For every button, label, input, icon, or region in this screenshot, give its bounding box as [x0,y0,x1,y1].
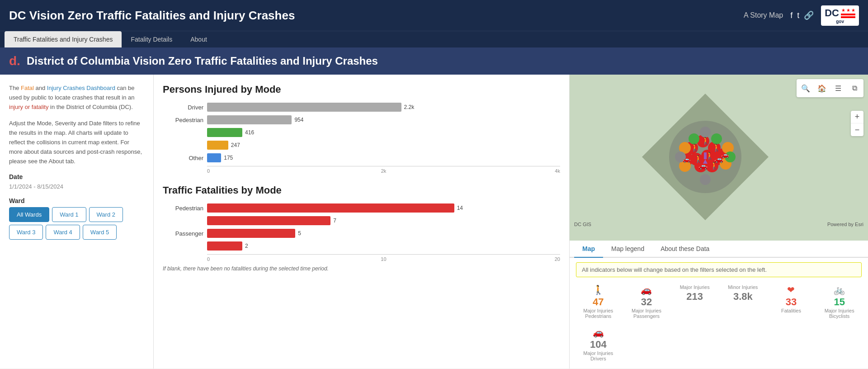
fatalities-chart-axis: 0 10 20 [207,254,560,262]
ward-btn-5[interactable]: Ward 5 [83,225,117,240]
date-section: Date 1/1/2024 - 8/15/2024 [9,173,144,190]
ward-btn-1[interactable]: Ward 1 [52,207,86,222]
pedestrians-label: Major InjuriesPedestrians [583,308,613,319]
map-dc-shape: 🚶 🚶 🚶 🚶 🚶 🚗 🚗 🚶 🚗 🚗 [637,89,773,227]
ward-btn-4[interactable]: Ward 4 [46,225,80,240]
svg-text:🚶: 🚶 [712,143,721,152]
map-zoom-controls: + − [851,111,863,136]
bar-value-other: 175 [224,155,233,161]
left-panel: The Fatal and Injury Crashes Dashboard c… [0,75,154,369]
bicyclist-icon: 🚲 [834,284,845,295]
indicators-grid: 🚶 47 Major InjuriesPedestrians 🚗 32 Majo… [576,282,862,322]
bar-value-green: 416 [245,129,254,136]
list-map-btn[interactable]: ☰ [832,82,844,95]
ward-btn-3[interactable]: Ward 3 [9,225,43,240]
link-icon[interactable]: 🔗 [804,10,814,20]
date-label: Date [9,173,144,180]
twitter-icon[interactable]: t [797,11,799,20]
bar-container-driver: 2.2k [207,103,560,112]
bar-container-orange: 247 [207,141,560,150]
svg-text:🚗: 🚗 [721,151,729,159]
fat-axis-20: 20 [443,256,560,262]
svg-point-16 [689,133,699,144]
tab-about[interactable]: About [181,31,216,47]
app-header: DC Vision Zero Traffic Fatalities and In… [0,0,868,31]
map-esri-label: Powered by Esri [827,222,863,227]
zoom-in-btn[interactable]: + [851,111,863,123]
fat-bar-2 [207,241,242,251]
map-tab-map[interactable]: Map [574,241,603,258]
bar-other [207,153,221,162]
ward-btn-all[interactable]: All Wards [9,207,49,222]
bar-container-other: 175 [207,153,560,162]
tab-traffic-fatalities[interactable]: Traffic Fatalities and Injury Crashes [5,31,122,47]
bar-green [207,128,242,137]
svg-text:🚗: 🚗 [698,161,708,170]
fat-bar-row-ped14: Pedestrian 14 [163,203,560,213]
injured-chart-section: Persons Injured by Mode Driver 2.2k Pede… [163,84,560,174]
fat-bar-value-pass5: 5 [298,230,301,237]
ward-btn-2[interactable]: Ward 2 [89,207,123,222]
fatalities-label: Fatalities [781,308,801,313]
tab-fatality-details[interactable]: Fatality Details [122,31,181,47]
axis-tick-2k: 2k [325,168,442,174]
bar-label-other: Other [163,155,203,161]
bicyclists-label: Major InjuriesBicyclists [825,308,854,319]
drivers-label: Major InjuriesDrivers [583,350,613,361]
driver-icon: 🚗 [593,327,604,338]
search-map-btn[interactable]: 🔍 [799,82,812,95]
right-panel: 🚶 🚶 🚶 🚶 🚶 🚗 🚗 🚶 🚗 🚗 🔍 🏠 ☰ ⧉ [570,75,868,369]
intro-text-2: Adjust the Mode, Severity and Date filte… [9,119,144,166]
bar-orange [207,141,228,150]
intro-text: The Fatal and Injury Crashes Dashboard c… [9,84,144,112]
map-tab-legend[interactable]: Map legend [603,241,652,258]
ward-label: Ward [9,197,144,204]
zoom-out-btn[interactable]: − [851,123,863,136]
facebook-icon[interactable]: f [790,11,793,20]
layers-map-btn[interactable]: ⧉ [848,82,861,95]
fat-bar-container-2: 2 [207,241,560,251]
fat-axis-10: 10 [325,256,442,262]
fat-bar-row-2: 2 [163,241,560,251]
drivers-value: 104 [590,339,607,350]
svg-text:🚶: 🚶 [710,161,719,170]
main-content: The Fatal and Injury Crashes Dashboard c… [0,75,868,369]
indicator-major-injuries: Major Injuries 213 [672,282,717,322]
fatalities-chart-title: Traffic Fatalities by Mode [163,184,560,196]
dc-gov-logo: DC ★ ★ ★ gov [821,5,859,26]
ward-buttons-group: All Wards Ward 1 Ward 2 Ward 3 Ward 4 Wa… [9,207,144,240]
bicyclists-value: 15 [834,296,844,308]
fatalities-chart-section: Traffic Fatalities by Mode Pedestrian 14… [163,184,560,272]
story-map-label: A Story Map [744,11,783,19]
injured-chart-axis: 0 2k 4k [207,166,560,174]
fatalities-icon: ❤ [787,284,795,295]
bar-container-pedestrian: 954 [207,115,560,124]
home-map-btn[interactable]: 🏠 [816,82,828,95]
fat-bar-container-7: 7 [207,216,560,225]
fat-bar-container-ped14: 14 [207,203,560,213]
fat-bar-container-pass5: 5 [207,229,560,238]
map-area[interactable]: 🚶 🚶 🚶 🚶 🚶 🚗 🚗 🚶 🚗 🚗 🔍 🏠 ☰ ⧉ [570,75,868,241]
major-injuries-value: 213 [686,291,703,303]
fatalities-note: If blank, there have been no fatalities … [163,265,560,272]
fatalities-bar-chart: Pedestrian 14 7 Passenger [163,203,560,251]
svg-point-20 [700,127,711,137]
bar-pedestrian [207,115,292,124]
fat-bar-row-7: 7 [163,216,560,225]
map-dc-label: DC GIS [574,222,591,227]
fat-bar-label-ped: Pedestrian [163,205,203,212]
axis-tick-4k: 4k [443,168,560,174]
pedestrians-value: 47 [593,296,604,308]
minor-injuries-value: 3.8k [733,291,753,303]
indicator-minor-injuries: Minor Injuries 3.8k [721,282,765,322]
fat-bar-ped14 [207,203,454,213]
indicator-drivers: 🚗 104 Major InjuriesDrivers [576,324,621,364]
indicators-notice: All indicators below will change based o… [576,262,862,277]
map-tab-about[interactable]: About these Data [652,241,717,258]
date-range-value: 1/1/2024 - 8/15/2024 [9,183,144,190]
fat-bar-value-7: 7 [333,218,336,224]
map-toolbar: 🔍 🏠 ☰ ⧉ [797,79,863,97]
svg-text:🚶: 🚶 [705,151,714,160]
bar-label-pedestrian: Pedestrian [163,117,203,123]
dc-gov-text: gov [836,19,844,24]
